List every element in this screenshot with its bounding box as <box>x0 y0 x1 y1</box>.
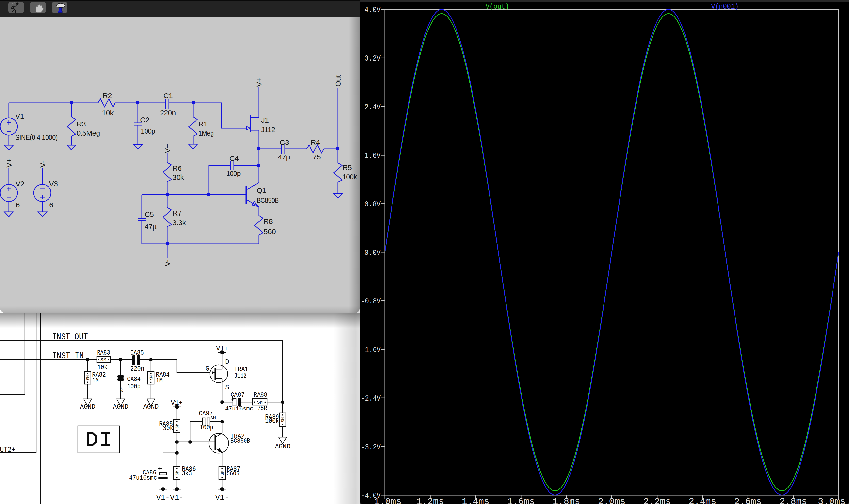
svg-text:SM: SM <box>175 424 179 429</box>
svg-text:2.8ms: 2.8ms <box>780 497 807 504</box>
svg-text:J1: J1 <box>261 116 269 124</box>
svg-text:C4: C4 <box>229 154 238 162</box>
svg-text:1Meg: 1Meg <box>198 129 214 137</box>
svg-text:10k: 10k <box>102 109 114 117</box>
svg-text:1.2ms: 1.2ms <box>417 497 444 504</box>
svg-text:V+: V+ <box>163 144 171 153</box>
svg-text:SM: SM <box>86 375 90 380</box>
svg-text:D: D <box>225 358 229 366</box>
svg-text:3k3: 3k3 <box>182 470 192 478</box>
svg-text:75R: 75R <box>257 404 267 412</box>
svg-text:30k: 30k <box>163 425 173 432</box>
svg-text:V1-: V1- <box>215 494 229 502</box>
svg-text:CA85: CA85 <box>130 349 144 357</box>
svg-text:C1: C1 <box>163 92 173 100</box>
svg-text:V-: V- <box>38 161 47 167</box>
svg-text:100k: 100k <box>265 417 279 425</box>
svg-text:47µ: 47µ <box>278 153 290 161</box>
svg-text:6: 6 <box>16 201 20 209</box>
svg-text:AGND: AGND <box>113 403 128 411</box>
svg-text:1.8ms: 1.8ms <box>552 497 580 504</box>
svg-text:100p: 100p <box>127 383 141 390</box>
svg-text:V(n001): V(n001) <box>711 2 739 11</box>
svg-text:AGND: AGND <box>275 443 290 450</box>
svg-text:CA84: CA84 <box>127 376 141 383</box>
svg-text:220n: 220n <box>130 365 144 373</box>
svg-text:V1+: V1+ <box>171 399 183 407</box>
svg-text:3.0ms: 3.0ms <box>818 497 846 504</box>
svg-text:0.5Meg: 0.5Meg <box>76 129 100 137</box>
svg-text:S: S <box>225 384 229 391</box>
svg-text:V+: V+ <box>255 78 263 87</box>
svg-text:V2: V2 <box>16 180 24 188</box>
svg-text:R3: R3 <box>76 120 86 128</box>
svg-text:V-: V- <box>163 259 171 266</box>
svg-text:V3: V3 <box>49 180 58 188</box>
svg-text:V1-: V1- <box>170 494 184 502</box>
svg-text:-3.2V: -3.2V <box>361 443 381 452</box>
svg-text:Q1: Q1 <box>257 186 266 194</box>
svg-text:SM: SM <box>175 470 179 475</box>
svg-text:0.8V: 0.8V <box>365 200 381 209</box>
svg-text:3.2V: 3.2V <box>365 54 381 63</box>
svg-text:Out: Out <box>334 75 342 87</box>
svg-text:R4: R4 <box>311 138 320 146</box>
svg-text:1.4ms: 1.4ms <box>462 497 490 504</box>
svg-text:RA83: RA83 <box>97 349 110 357</box>
svg-text:6: 6 <box>49 201 53 209</box>
svg-text:AGND: AGND <box>143 403 159 411</box>
svg-text:2.2ms: 2.2ms <box>643 497 671 504</box>
svg-text:1M: 1M <box>92 377 99 384</box>
svg-text:RA88: RA88 <box>254 391 267 399</box>
svg-text:10k: 10k <box>98 364 107 371</box>
svg-text:0.0V: 0.0V <box>365 249 381 257</box>
svg-text:SM: SM <box>281 417 285 422</box>
svg-text:V+: V+ <box>5 159 13 167</box>
svg-text:3.3k: 3.3k <box>172 218 186 227</box>
svg-text:30k: 30k <box>172 173 184 181</box>
svg-text:R6: R6 <box>172 164 181 172</box>
svg-text:C3: C3 <box>280 138 289 146</box>
svg-text:BC850B: BC850B <box>257 196 279 204</box>
svg-text:560: 560 <box>264 228 276 235</box>
svg-text:G: G <box>205 365 209 373</box>
svg-text:TRA1: TRA1 <box>234 366 248 373</box>
svg-text:SINE(0 4 1000): SINE(0 4 1000) <box>15 133 58 141</box>
svg-text:SM: SM <box>257 400 263 405</box>
svg-text:V(out): V(out) <box>485 2 509 11</box>
svg-text:J112: J112 <box>261 126 275 133</box>
svg-text:100p: 100p <box>200 424 213 431</box>
svg-text:100p: 100p <box>226 169 241 177</box>
svg-text:SM: SM <box>101 357 106 362</box>
svg-text:220n: 220n <box>160 109 176 117</box>
svg-text:4.0V: 4.0V <box>365 6 381 14</box>
svg-text:2.4ms: 2.4ms <box>689 497 716 504</box>
svg-text:SM: SM <box>210 415 216 421</box>
svg-text:1.6V: 1.6V <box>365 151 381 160</box>
svg-text:V1: V1 <box>15 112 24 120</box>
svg-text:1.0ms: 1.0ms <box>374 497 402 504</box>
svg-text:SM: SM <box>149 375 154 380</box>
svg-text:UT2+: UT2+ <box>0 446 15 454</box>
svg-text:1M: 1M <box>156 377 162 384</box>
svg-text:-2.4V: -2.4V <box>361 394 381 403</box>
svg-text:-1.6V: -1.6V <box>361 346 381 354</box>
svg-text:2.0ms: 2.0ms <box>598 497 626 504</box>
svg-text:-0.8V: -0.8V <box>361 297 381 306</box>
svg-text:47u16smc: 47u16smc <box>225 405 253 412</box>
svg-text:47µ: 47µ <box>144 222 157 231</box>
svg-text:INST_OUT: INST_OUT <box>52 332 88 342</box>
svg-text:CA87: CA87 <box>231 391 245 399</box>
svg-text:C5: C5 <box>144 210 154 218</box>
svg-text:2.4V: 2.4V <box>365 103 381 111</box>
svg-text:INST_IN: INST_IN <box>52 351 84 361</box>
svg-text:BC850B: BC850B <box>230 437 250 445</box>
svg-text:R8: R8 <box>264 217 272 226</box>
svg-text:47u16smc: 47u16smc <box>129 474 157 482</box>
svg-text:100p: 100p <box>141 127 155 135</box>
svg-text:R1: R1 <box>198 120 208 128</box>
svg-text:R7: R7 <box>172 209 181 217</box>
svg-text:2.6ms: 2.6ms <box>734 497 762 504</box>
svg-text:V1-: V1- <box>156 494 170 502</box>
svg-text:V1+: V1+ <box>216 345 228 353</box>
